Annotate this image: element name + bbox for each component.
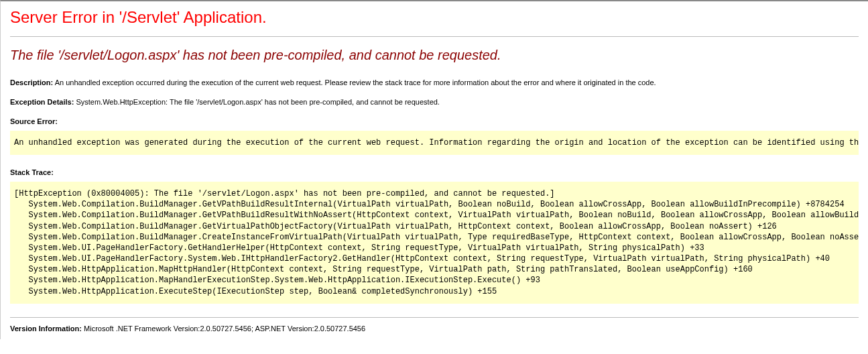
description-text: An unhandled exception occurred during t… — [55, 78, 656, 86]
footer-divider — [10, 317, 859, 318]
source-error-block: An unhandled exception was generated dur… — [10, 131, 859, 155]
stack-trace-block: [HttpException (0x80004005): The file '/… — [10, 182, 859, 304]
version-line: Version Information: Microsoft .NET Fram… — [10, 324, 859, 333]
description-label: Description: — [10, 78, 53, 86]
exception-details-text: System.Web.HttpException: The file '/ser… — [76, 98, 440, 106]
error-subtitle: The file '/servlet/Logon.aspx' has not b… — [10, 48, 859, 63]
version-text: Microsoft .NET Framework Version:2.0.507… — [84, 324, 365, 333]
description-line: Description: An unhandled exception occu… — [10, 78, 859, 88]
version-label: Version Information: — [10, 324, 82, 333]
stack-trace-label: Stack Trace: — [10, 168, 859, 176]
divider — [10, 36, 859, 37]
exception-details-label: Exception Details: — [10, 98, 74, 106]
source-error-label: Source Error: — [10, 117, 859, 125]
stack-trace-text: [HttpException (0x80004005): The file '/… — [14, 188, 855, 297]
page-title: Server Error in '/Servlet' Application. — [10, 8, 859, 27]
exception-details-line: Exception Details: System.Web.HttpExcept… — [10, 97, 859, 107]
